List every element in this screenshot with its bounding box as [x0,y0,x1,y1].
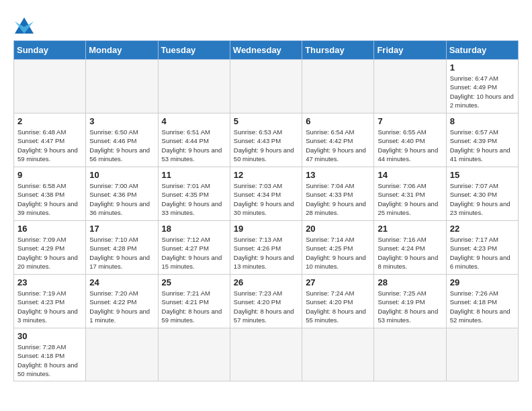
day-number: 19 [234,224,298,234]
calendar-cell: 2Sunrise: 6:48 AM Sunset: 4:47 PM Daylig… [14,113,86,167]
calendar-week-row: 9Sunrise: 6:58 AM Sunset: 4:38 PM Daylig… [14,167,519,221]
calendar-cell: 23Sunrise: 7:19 AM Sunset: 4:23 PM Dayli… [14,275,86,328]
calendar-cell [14,60,86,113]
calendar-cell: 20Sunrise: 7:14 AM Sunset: 4:25 PM Dayli… [302,221,374,275]
calendar-cell: 16Sunrise: 7:09 AM Sunset: 4:29 PM Dayli… [14,221,86,275]
calendar-cell: 19Sunrise: 7:13 AM Sunset: 4:26 PM Dayli… [230,221,302,275]
calendar-cell [302,60,374,113]
calendar-cell [158,60,230,113]
calendar-week-row: 16Sunrise: 7:09 AM Sunset: 4:29 PM Dayli… [14,221,519,275]
calendar-cell: 8Sunrise: 6:57 AM Sunset: 4:39 PM Daylig… [446,113,518,167]
day-info: Sunrise: 7:28 AM Sunset: 4:18 PM Dayligh… [17,342,82,378]
day-info: Sunrise: 7:16 AM Sunset: 4:24 PM Dayligh… [378,235,442,271]
day-info: Sunrise: 6:53 AM Sunset: 4:43 PM Dayligh… [234,128,298,163]
day-number: 21 [378,224,442,234]
page: SundayMondayTuesdayWednesdayThursdayFrid… [0,0,532,395]
calendar-cell: 28Sunrise: 7:25 AM Sunset: 4:19 PM Dayli… [374,275,446,328]
calendar-cell: 22Sunrise: 7:17 AM Sunset: 4:23 PM Dayli… [446,221,518,275]
header [13,13,519,30]
day-number: 18 [162,224,226,234]
calendar-week-row: 1Sunrise: 6:47 AM Sunset: 4:49 PM Daylig… [14,60,519,113]
day-info: Sunrise: 7:12 AM Sunset: 4:27 PM Dayligh… [162,235,226,271]
calendar-cell [374,328,446,381]
day-info: Sunrise: 6:50 AM Sunset: 4:46 PM Dayligh… [89,128,154,163]
calendar-cell [86,60,158,113]
calendar-cell: 24Sunrise: 7:20 AM Sunset: 4:22 PM Dayli… [86,275,158,328]
day-info: Sunrise: 7:09 AM Sunset: 4:29 PM Dayligh… [17,235,82,271]
day-number: 6 [306,116,370,126]
logo-icon [13,13,34,34]
calendar-cell: 26Sunrise: 7:23 AM Sunset: 4:20 PM Dayli… [230,275,302,328]
day-number: 27 [306,277,370,287]
calendar-cell [230,60,302,113]
day-number: 16 [17,224,82,234]
calendar-cell [86,328,158,381]
calendar-cell [158,328,230,381]
calendar-cell: 4Sunrise: 6:51 AM Sunset: 4:44 PM Daylig… [158,113,230,167]
logo-triangle-icon [15,15,34,34]
day-number: 4 [162,116,226,126]
calendar-cell [374,60,446,113]
calendar-cell: 3Sunrise: 6:50 AM Sunset: 4:46 PM Daylig… [86,113,158,167]
calendar-cell: 5Sunrise: 6:53 AM Sunset: 4:43 PM Daylig… [230,113,302,167]
day-number: 9 [17,170,82,180]
day-info: Sunrise: 6:47 AM Sunset: 4:49 PM Dayligh… [450,74,515,109]
weekday-header-friday: Friday [374,41,446,60]
day-info: Sunrise: 7:20 AM Sunset: 4:22 PM Dayligh… [89,289,154,324]
day-info: Sunrise: 7:00 AM Sunset: 4:36 PM Dayligh… [89,181,154,217]
calendar-cell [302,328,374,381]
calendar-cell: 12Sunrise: 7:03 AM Sunset: 4:34 PM Dayli… [230,167,302,221]
day-number: 23 [17,277,82,287]
day-number: 24 [89,277,154,287]
calendar: SundayMondayTuesdayWednesdayThursdayFrid… [13,40,519,381]
day-number: 10 [89,170,154,180]
day-info: Sunrise: 6:58 AM Sunset: 4:38 PM Dayligh… [17,181,82,217]
calendar-cell: 6Sunrise: 6:54 AM Sunset: 4:42 PM Daylig… [302,113,374,167]
weekday-header-wednesday: Wednesday [230,41,302,60]
day-number: 8 [450,116,515,126]
calendar-week-row: 2Sunrise: 6:48 AM Sunset: 4:47 PM Daylig… [14,113,519,167]
day-number: 2 [17,116,82,126]
day-number: 17 [89,224,154,234]
calendar-cell: 27Sunrise: 7:24 AM Sunset: 4:20 PM Dayli… [302,275,374,328]
day-info: Sunrise: 7:07 AM Sunset: 4:30 PM Dayligh… [450,181,515,217]
day-info: Sunrise: 7:23 AM Sunset: 4:20 PM Dayligh… [234,289,298,324]
day-info: Sunrise: 7:10 AM Sunset: 4:28 PM Dayligh… [89,235,154,271]
calendar-cell [230,328,302,381]
day-info: Sunrise: 7:03 AM Sunset: 4:34 PM Dayligh… [234,181,298,217]
weekday-header-saturday: Saturday [446,41,518,60]
day-number: 29 [450,277,515,287]
calendar-cell: 10Sunrise: 7:00 AM Sunset: 4:36 PM Dayli… [86,167,158,221]
day-info: Sunrise: 7:25 AM Sunset: 4:19 PM Dayligh… [378,289,442,324]
calendar-cell: 30Sunrise: 7:28 AM Sunset: 4:18 PM Dayli… [14,328,86,381]
weekday-header-tuesday: Tuesday [158,41,230,60]
day-info: Sunrise: 7:26 AM Sunset: 4:18 PM Dayligh… [450,289,515,324]
day-info: Sunrise: 6:57 AM Sunset: 4:39 PM Dayligh… [450,128,515,163]
calendar-cell [446,328,518,381]
day-info: Sunrise: 7:01 AM Sunset: 4:35 PM Dayligh… [162,181,226,217]
day-info: Sunrise: 6:48 AM Sunset: 4:47 PM Dayligh… [17,128,82,163]
calendar-cell: 21Sunrise: 7:16 AM Sunset: 4:24 PM Dayli… [374,221,446,275]
day-info: Sunrise: 7:24 AM Sunset: 4:20 PM Dayligh… [306,289,370,324]
day-number: 26 [234,277,298,287]
calendar-cell: 15Sunrise: 7:07 AM Sunset: 4:30 PM Dayli… [446,167,518,221]
day-number: 28 [378,277,442,287]
calendar-cell: 13Sunrise: 7:04 AM Sunset: 4:33 PM Dayli… [302,167,374,221]
day-info: Sunrise: 6:55 AM Sunset: 4:40 PM Dayligh… [378,128,442,163]
day-number: 13 [306,170,370,180]
day-number: 25 [162,277,226,287]
calendar-cell: 17Sunrise: 7:10 AM Sunset: 4:28 PM Dayli… [86,221,158,275]
calendar-cell: 7Sunrise: 6:55 AM Sunset: 4:40 PM Daylig… [374,113,446,167]
day-number: 7 [378,116,442,126]
day-info: Sunrise: 7:04 AM Sunset: 4:33 PM Dayligh… [306,181,370,217]
day-info: Sunrise: 7:14 AM Sunset: 4:25 PM Dayligh… [306,235,370,271]
calendar-cell: 29Sunrise: 7:26 AM Sunset: 4:18 PM Dayli… [446,275,518,328]
day-number: 5 [234,116,298,126]
day-number: 30 [17,331,82,341]
day-number: 3 [89,116,154,126]
day-info: Sunrise: 6:54 AM Sunset: 4:42 PM Dayligh… [306,128,370,163]
logo [13,13,34,30]
weekday-header-row: SundayMondayTuesdayWednesdayThursdayFrid… [14,41,519,60]
day-number: 14 [378,170,442,180]
weekday-header-thursday: Thursday [302,41,374,60]
